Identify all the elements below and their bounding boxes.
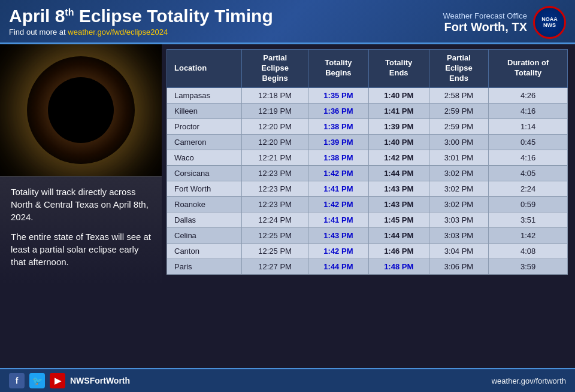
table-cell: Paris [167, 259, 242, 274]
table-cell: 4:16 [489, 150, 568, 165]
table-cell: 1:48 PM [368, 259, 429, 274]
table-cell: 0:59 [489, 196, 568, 212]
main-content: Totality will track directly across Nort… [0, 44, 575, 363]
table-cell: Dallas [167, 212, 242, 227]
table-cell: 3:03 PM [429, 227, 489, 243]
text-paragraph-1: Totality will track directly across Nort… [11, 186, 151, 223]
table-row: Dallas12:24 PM1:41 PM1:45 PM3:03 PM3:51 [167, 212, 568, 227]
table-cell: 1:40 PM [368, 134, 429, 150]
col-header-totality-end: TotalityEnds [368, 50, 429, 88]
table-cell: 1:41 PM [368, 103, 429, 118]
table-cell: Fort Worth [167, 181, 242, 196]
table-cell: 1:39 PM [368, 118, 429, 134]
table-cell: 2:59 PM [429, 118, 489, 134]
table-cell: 1:45 PM [368, 212, 429, 227]
table-cell: 3:02 PM [429, 165, 489, 181]
table-cell: 4:26 [489, 87, 568, 103]
table-row: Roanoke12:23 PM1:42 PM1:43 PM3:02 PM0:59 [167, 196, 568, 212]
table-cell: Waco [167, 150, 242, 165]
eclipse-image [0, 44, 162, 176]
subtitle: Find out more at weather.gov/fwd/eclipse… [9, 28, 273, 37]
website-link[interactable]: weather.gov/fwd/eclipse2024 [68, 28, 168, 37]
table-cell: 1:42 [489, 227, 568, 243]
table-cell: 3:04 PM [429, 243, 489, 259]
table-cell: 1:35 PM [308, 87, 369, 103]
table-cell: Canton [167, 243, 242, 259]
table-cell: 1:46 PM [368, 243, 429, 259]
table-cell: 1:14 [489, 118, 568, 134]
table-cell: 2:59 PM [429, 103, 489, 118]
table-row: Waco12:21 PM1:38 PM1:42 PM3:01 PM4:16 [167, 150, 568, 165]
table-cell: 3:01 PM [429, 150, 489, 165]
table-row: Fort Worth12:23 PM1:41 PM1:43 PM3:02 PM2… [167, 181, 568, 196]
office-info: Weather Forecast Office Fort Worth, TX [443, 11, 527, 34]
table-cell: 1:36 PM [308, 103, 369, 118]
table-cell: 1:38 PM [308, 118, 369, 134]
table-cell: Roanoke [167, 196, 242, 212]
header-office-block: Weather Forecast Office Fort Worth, TX N… [443, 6, 566, 39]
table-row: Corsicana12:23 PM1:42 PM1:44 PM3:02 PM4:… [167, 165, 568, 181]
table-cell: 12:24 PM [242, 212, 308, 227]
table-row: Paris12:27 PM1:44 PM1:48 PM3:06 PM3:59 [167, 259, 568, 274]
table-cell: 1:42 PM [368, 150, 429, 165]
table-cell: 1:42 PM [308, 196, 369, 212]
table-row: Canton12:25 PM1:42 PM1:46 PM3:04 PM4:08 [167, 243, 568, 259]
office-label: Weather Forecast Office [443, 11, 527, 20]
footer-website: weather.gov/fortworth [492, 376, 566, 385]
table-cell: 12:25 PM [242, 227, 308, 243]
table-cell: Cameron [167, 134, 242, 150]
table-cell: 1:43 PM [308, 227, 369, 243]
table-cell: 4:08 [489, 243, 568, 259]
table-cell: 3:06 PM [429, 259, 489, 274]
table-cell: 12:21 PM [242, 150, 308, 165]
table-cell: Corsicana [167, 165, 242, 181]
table-cell: 2:24 [489, 181, 568, 196]
table-cell: Killeen [167, 103, 242, 118]
table-row: Proctor12:20 PM1:38 PM1:39 PM2:59 PM1:14 [167, 118, 568, 134]
table-cell: 12:18 PM [242, 87, 308, 103]
table-row: Lampasas12:18 PM1:35 PM1:40 PM2:58 PM4:2… [167, 87, 568, 103]
social-handle: NWSFortWorth [70, 376, 130, 385]
table-cell: 3:02 PM [429, 181, 489, 196]
table-cell: 1:40 PM [368, 87, 429, 103]
text-panel: Totality will track directly across Nort… [0, 176, 162, 284]
table-cell: 3:51 [489, 212, 568, 227]
table-cell: 3:02 PM [429, 196, 489, 212]
facebook-icon[interactable]: f [9, 373, 25, 388]
table-cell: 1:43 PM [368, 196, 429, 212]
table-cell: 3:00 PM [429, 134, 489, 150]
table-cell: 1:41 PM [308, 181, 369, 196]
table-cell: 1:42 PM [308, 243, 369, 259]
table-cell: 1:43 PM [368, 181, 429, 196]
noaa-logo: NOAANWS [533, 6, 566, 39]
page-title: April 8th Eclipse Totality Timing [9, 6, 273, 26]
page-header: April 8th Eclipse Totality Timing Find o… [0, 0, 575, 44]
table-cell: 12:27 PM [242, 259, 308, 274]
table-row: Celina12:25 PM1:43 PM1:44 PM3:03 PM1:42 [167, 227, 568, 243]
right-panel: Location PartialEclipseBegins TotalityBe… [162, 44, 575, 363]
col-header-partial-end: PartialEclipseEnds [429, 50, 489, 88]
table-cell: 12:25 PM [242, 243, 308, 259]
table-cell: 12:19 PM [242, 103, 308, 118]
moon-disc [48, 77, 114, 143]
page-footer: f 🐦 ▶ NWSFortWorth weather.gov/fortworth [0, 368, 575, 392]
col-header-partial-begin: PartialEclipseBegins [242, 50, 308, 88]
office-city: Fort Worth, TX [443, 20, 527, 34]
table-row: Cameron12:20 PM1:39 PM1:40 PM3:00 PM0:45 [167, 134, 568, 150]
header-title-block: April 8th Eclipse Totality Timing Find o… [9, 6, 273, 37]
table-cell: 4:05 [489, 165, 568, 181]
table-cell: 1:39 PM [308, 134, 369, 150]
youtube-icon[interactable]: ▶ [50, 373, 65, 388]
twitter-icon[interactable]: 🐦 [29, 373, 45, 388]
table-cell: 0:45 [489, 134, 568, 150]
table-cell: 1:38 PM [308, 150, 369, 165]
eclipse-table: Location PartialEclipseBegins TotalityBe… [167, 49, 568, 275]
table-cell: 3:03 PM [429, 212, 489, 227]
table-cell: 1:42 PM [308, 165, 369, 181]
table-cell: 1:44 PM [368, 165, 429, 181]
table-cell: 12:20 PM [242, 134, 308, 150]
col-header-duration: Duration ofTotality [489, 50, 568, 88]
table-cell: 12:20 PM [242, 118, 308, 134]
table-cell: Lampasas [167, 87, 242, 103]
table-cell: Proctor [167, 118, 242, 134]
